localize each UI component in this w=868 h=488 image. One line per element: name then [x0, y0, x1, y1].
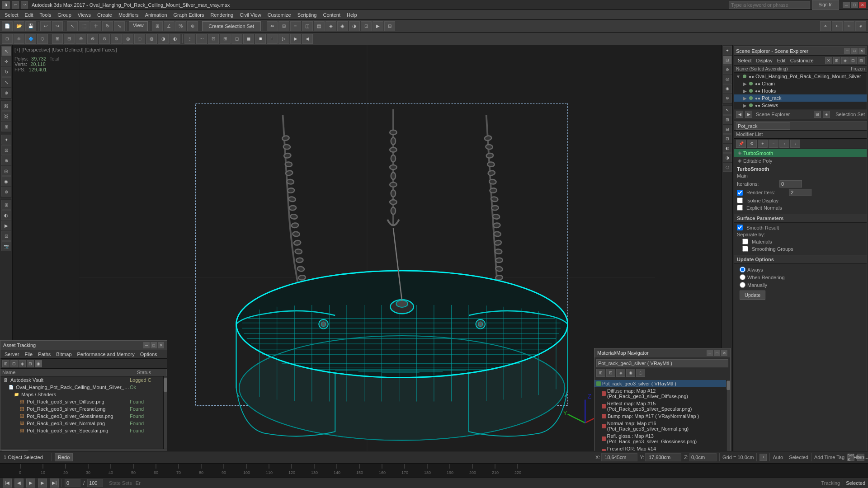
sel-hier-btn[interactable]: 🔷	[25, 34, 36, 44]
rt-utils-btn[interactable]: ⊗	[723, 94, 732, 103]
ts-render-iters-checkbox[interactable]	[737, 190, 743, 196]
rt-snap3d-btn[interactable]: ⊟	[723, 125, 732, 134]
mn-tb-btn1[interactable]: ⊞	[596, 369, 605, 377]
at-row-folder[interactable]: 📁 Maps / Shaders	[0, 391, 163, 398]
mn-tb-btn4[interactable]: ◉	[626, 369, 635, 377]
lt-camera-btn[interactable]: 📷	[1, 241, 11, 251]
menu-modifiers[interactable]: Modifiers	[116, 11, 142, 19]
menu-tools[interactable]: Tools	[37, 11, 54, 19]
ts-materials-checkbox[interactable]	[742, 239, 748, 244]
lt-unlink-btn[interactable]: ⛓	[1, 111, 11, 121]
render-B-btn[interactable]: B	[832, 21, 843, 31]
mn-close-btn[interactable]: ✕	[721, 350, 727, 356]
total-frame-input[interactable]	[87, 479, 103, 487]
mod-up-btn[interactable]: ↑	[779, 140, 789, 148]
tb2-btn4[interactable]: ⊗	[87, 34, 98, 44]
se-maximize-btn[interactable]: □	[851, 48, 858, 54]
align-btn[interactable]: ≡	[290, 21, 301, 31]
rt-extra1-btn[interactable]: ◑	[723, 153, 732, 162]
tb2-btn21[interactable]: ▶	[290, 34, 301, 44]
move-btn[interactable]: ✛	[90, 21, 101, 31]
mn-maximize-btn[interactable]: □	[714, 350, 720, 356]
new-scene-btn[interactable]: 📄	[2, 21, 13, 31]
at-tb-btn5[interactable]: ◉	[35, 360, 42, 367]
at-tb-btn1[interactable]: ⊞	[2, 360, 9, 367]
rt-motion-btn[interactable]: ◎	[723, 75, 732, 84]
se-bottom-icon2[interactable]: ◈	[823, 111, 830, 118]
se-icon-btn1[interactable]: ✕	[825, 57, 832, 64]
se-bottom-right-btn[interactable]: ▶	[745, 111, 752, 118]
tree-item-hooks[interactable]: ▶ ●● Hooks	[734, 87, 867, 94]
tb2-btn19[interactable]: ◾	[267, 34, 278, 44]
se-menu-edit[interactable]: Edit	[775, 57, 788, 64]
tb2-btn22[interactable]: ◀	[302, 34, 313, 44]
tb2-btn9[interactable]: ◍	[146, 34, 157, 44]
lt-snap-btn[interactable]: ⊞	[1, 200, 11, 210]
mn-item-reflect[interactable]: Reflect map: Map #15 (Pot_Rack_geo3_silv…	[594, 400, 726, 413]
close-btn[interactable]: ✕	[859, 2, 866, 8]
save-btn[interactable]: 💾	[25, 21, 36, 31]
ts-smoothing-checkbox[interactable]	[742, 246, 748, 252]
rt-isolate-btn[interactable]: ◐	[723, 144, 732, 153]
lt-utilities-btn[interactable]: ⊗	[1, 187, 11, 197]
tb2-btn3[interactable]: ⊕	[75, 34, 86, 44]
at-menu-options[interactable]: Options	[138, 351, 160, 357]
layer-btn[interactable]: ◫	[302, 21, 313, 31]
tb2-btn17[interactable]: ◼	[243, 34, 254, 44]
maximize-btn[interactable]: □	[851, 2, 858, 8]
snap-angle-btn[interactable]: ∠	[164, 21, 175, 31]
lt-place-btn[interactable]: ⊕	[1, 88, 11, 98]
prev-frame-btn[interactable]: ◀	[14, 479, 24, 488]
add-key-btn[interactable]: +	[760, 454, 767, 461]
se-bottom-icon1[interactable]: ⊞	[814, 111, 821, 118]
menu-customize[interactable]: Customize	[265, 11, 294, 19]
modifier-item-editable-poly[interactable]: ◈ Editable Poly	[734, 157, 867, 164]
ts-update-btn[interactable]: Update	[740, 291, 765, 300]
rt-filter-btn[interactable]: ⊡	[723, 134, 732, 143]
ts-rendering-radio[interactable]	[740, 274, 745, 280]
render-setup-btn[interactable]: ⊡	[361, 21, 372, 31]
undo-btn[interactable]: ↩	[40, 21, 51, 31]
se-icon-btn3[interactable]: ◈	[841, 57, 849, 64]
se-minimize-btn[interactable]: ─	[844, 48, 850, 54]
mn-item-reflgloss[interactable]: Refl. gloss.: Map #13 (Pot_Rack_geo3_sil…	[594, 432, 726, 445]
menu-civil-view[interactable]: Civil View	[237, 11, 264, 19]
tb2-btn20[interactable]: ▷	[278, 34, 289, 44]
ts-always-radio[interactable]	[740, 267, 745, 272]
mn-search-input[interactable]	[596, 359, 728, 367]
mn-item-root[interactable]: Pot_rack_geo3_silver ( VRayMtl )	[594, 380, 726, 387]
mn-item-diffuse[interactable]: Diffuse map: Map #12 (Pot_Rack_geo3_silv…	[594, 387, 726, 400]
lt-hier-btn[interactable]: ⊕	[1, 155, 11, 165]
at-menu-server[interactable]: Server	[2, 351, 21, 357]
array-btn[interactable]: ⊞	[278, 21, 289, 31]
at-row-glossiness[interactable]: 🖼 Pot_Rack_geo3_silver_Glossiness.png Fo…	[0, 413, 163, 420]
go-start-btn[interactable]: |◀	[3, 479, 12, 488]
current-frame-input[interactable]	[65, 479, 80, 487]
tb2-btn7[interactable]: ◎	[123, 34, 133, 44]
snap-percent-btn[interactable]: %	[175, 21, 186, 31]
tb2-btn11[interactable]: ◐	[170, 34, 180, 44]
tree-item-screws[interactable]: ▶ ●● Screws	[734, 102, 867, 109]
lt-move-btn[interactable]: ✛	[1, 56, 11, 66]
material-editor-btn[interactable]: ◑	[349, 21, 360, 31]
tb2-btn14[interactable]: ⊡	[208, 34, 219, 44]
tb2-btn10[interactable]: ◑	[158, 34, 169, 44]
mn-scrollbar[interactable]	[726, 380, 730, 458]
ts-manually-radio[interactable]	[740, 282, 745, 288]
mn-item-bump[interactable]: Bump map: Map #17 ( VRayNormalMap )	[594, 413, 726, 420]
menu-create[interactable]: Create	[94, 11, 115, 19]
rt-snap2d-btn[interactable]: ⊞	[723, 115, 732, 124]
mod-remove-btn[interactable]: −	[769, 140, 778, 148]
modifier-item-turbosmooth[interactable]: ◈ TurboSmooth	[734, 149, 867, 157]
menu-select[interactable]: Select	[2, 11, 21, 19]
ts-iterations-input[interactable]	[779, 180, 802, 188]
se-menu-display[interactable]: Display	[755, 57, 774, 64]
mod-add-btn[interactable]: +	[758, 140, 768, 148]
y-coord-input[interactable]	[645, 453, 681, 461]
tb2-btn13[interactable]: ⋯	[196, 34, 207, 44]
redo-btn[interactable]: ↪	[52, 21, 63, 31]
sel-filter-btn[interactable]: ⊡	[2, 34, 13, 44]
tb2-btn8[interactable]: ◌	[134, 34, 145, 44]
lt-extra-btn[interactable]: ⊡	[1, 231, 11, 241]
redo-btn-status[interactable]: Redo	[55, 453, 73, 461]
